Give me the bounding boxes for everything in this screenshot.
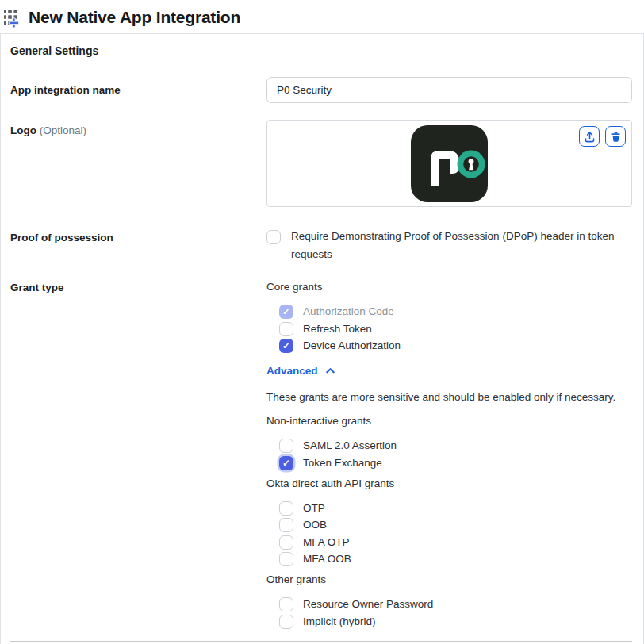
grant-option-label: Token Exchange	[303, 456, 382, 470]
app-grid-add-icon	[2, 7, 23, 28]
advanced-link-label: Advanced	[266, 364, 318, 378]
bottom-divider	[10, 641, 632, 642]
section-title: General Settings	[10, 44, 632, 57]
advanced-grant-groups: Non-interactive grantsSAML 2.0 Assertion…	[266, 414, 632, 629]
grant-group-core-grants: Core grants✓Authorization CodeRefresh To…	[266, 280, 632, 353]
checkbox-resource-owner-password[interactable]	[279, 597, 293, 611]
checkbox-token-exchange[interactable]: ✓	[279, 456, 293, 470]
grant-option-label: Resource Owner Password	[303, 597, 433, 611]
general-settings-card: General Settings App integration name Lo…	[0, 33, 644, 644]
grant-option-label: Authorization Code	[303, 305, 394, 319]
grant-group-heading: Other grants	[266, 573, 632, 586]
checkbox-oob[interactable]	[279, 518, 293, 532]
grant-type-column: Core grants✓Authorization CodeRefresh To…	[266, 280, 632, 631]
advanced-note: These grants are more sensitive and shou…	[266, 390, 632, 404]
checkbox-dpop[interactable]	[266, 230, 281, 244]
checkbox-device-authorization[interactable]: ✓	[279, 339, 293, 353]
trash-icon	[610, 131, 622, 143]
grant-option-row: ✓Device Authorization	[279, 339, 632, 353]
proof-label: Proof of possession	[10, 230, 266, 263]
grant-option-row: Resource Owner Password	[279, 597, 632, 611]
dpop-option-label: Require Demonstrating Proof of Possessio…	[291, 228, 618, 263]
grant-option-row: MFA OTP	[279, 535, 632, 550]
grant-option-label: Implicit (hybrid)	[303, 615, 376, 629]
logo-optional-tag: (Optional)	[40, 125, 86, 136]
logo-label-text: Logo	[10, 125, 36, 136]
logo-row: Logo (Optional)	[10, 120, 632, 207]
core-grants-group: Core grants✓Authorization CodeRefresh To…	[266, 280, 632, 353]
grant-option-row: OOB	[279, 518, 632, 532]
grant-option-row: ✓Authorization Code	[279, 305, 632, 319]
checkbox-mfa-oob[interactable]	[279, 552, 293, 566]
grant-option-label: OOB	[303, 518, 327, 532]
app-name-label: App integration name	[10, 77, 266, 103]
checkbox-implicit-hybrid[interactable]	[279, 615, 293, 629]
grant-option-row: SAML 2.0 Assertion	[279, 439, 632, 453]
checkbox-refresh-token[interactable]	[279, 322, 293, 336]
upload-logo-button[interactable]	[579, 126, 600, 147]
checkbox-otp[interactable]	[279, 501, 293, 516]
grant-option-row: ✓Token Exchange	[279, 456, 632, 470]
grant-group-heading: Okta direct auth API grants	[266, 477, 632, 490]
logo-actions	[579, 126, 626, 147]
grant-option-label: MFA OTP	[303, 535, 350, 550]
page-header: New Native App Integration	[0, 0, 644, 33]
checkbox-authorization-code: ✓	[279, 305, 293, 319]
app-name-input[interactable]	[266, 77, 632, 103]
grant-option-row: Refresh Token	[279, 322, 632, 336]
grant-group-heading: Non-interactive grants	[266, 414, 632, 427]
grant-type-row: Grant type Core grants✓Authorization Cod…	[10, 280, 632, 631]
grant-option-row: Implicit (hybrid)	[279, 615, 632, 629]
grant-group-other-grants: Other grantsResource Owner PasswordImpli…	[266, 573, 632, 629]
grant-option-label: SAML 2.0 Assertion	[303, 439, 397, 453]
advanced-toggle[interactable]: Advanced	[266, 364, 335, 378]
page-title: New Native App Integration	[29, 8, 240, 27]
delete-logo-button[interactable]	[605, 126, 626, 147]
upload-icon	[584, 131, 596, 143]
grant-option-label: Refresh Token	[303, 322, 372, 336]
p0-security-logo	[411, 125, 488, 202]
grant-option-label: OTP	[303, 501, 325, 516]
grant-type-label: Grant type	[10, 280, 266, 631]
chevron-up-icon	[325, 366, 335, 376]
grant-option-row: MFA OOB	[279, 552, 632, 566]
grant-option-row: OTP	[279, 501, 632, 516]
grant-option-label: MFA OOB	[303, 552, 351, 566]
grant-group-okta-direct-auth-api-grants: Okta direct auth API grantsOTPOOBMFA OTP…	[266, 477, 632, 567]
grant-group-heading: Core grants	[266, 280, 632, 293]
proof-of-possession-row: Proof of possession Require Demonstratin…	[10, 230, 632, 263]
checkbox-saml-2-0-assertion[interactable]	[279, 439, 293, 453]
checkbox-mfa-otp[interactable]	[279, 535, 293, 550]
logo-label: Logo (Optional)	[10, 120, 266, 207]
logo-preview-box	[266, 120, 632, 207]
app-name-row: App integration name	[10, 77, 632, 103]
grant-option-label: Device Authorization	[303, 339, 401, 353]
grant-group-non-interactive-grants: Non-interactive grantsSAML 2.0 Assertion…	[266, 414, 632, 470]
